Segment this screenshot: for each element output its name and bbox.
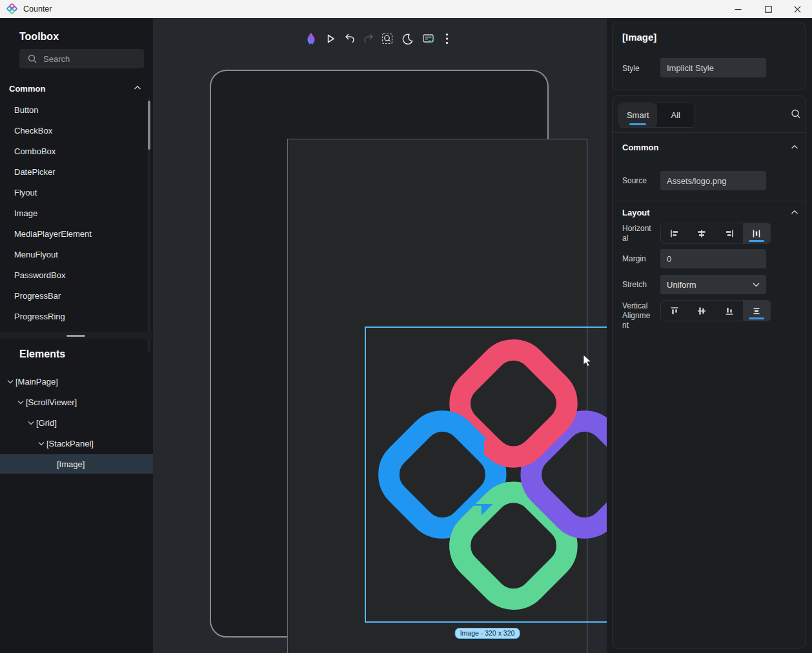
selected-element-title: [Image]	[622, 32, 656, 43]
vertical-alignment-label: Vertical Alignment	[622, 301, 653, 330]
toolbox-search[interactable]	[19, 49, 144, 68]
chevron-up-icon[interactable]	[791, 145, 798, 150]
chevron-up-icon[interactable]	[791, 210, 798, 215]
window-title: Counter	[23, 5, 52, 14]
horizontal-alignment-label: Horizontal	[622, 224, 653, 243]
chevron-down-icon[interactable]	[26, 421, 36, 425]
margin-label: Margin	[622, 254, 653, 264]
style-input[interactable]	[660, 58, 766, 77]
stretch-label: Stretch	[622, 280, 653, 290]
stretch-dropdown[interactable]: Uniform	[660, 275, 766, 294]
properties-card: Smart All Common Source Layout Horizonta…	[612, 95, 806, 648]
tree-item-label[interactable]: [Grid]	[36, 418, 57, 428]
toolbox-item-progressring[interactable]: ProgressRing	[14, 306, 137, 327]
toolbox-item-menuflyout[interactable]: MenuFlyout	[14, 245, 137, 265]
style-label: Style	[622, 64, 653, 74]
device-frame: Image - 320 x 320	[210, 70, 549, 638]
toolbox-item-progressbar[interactable]: ProgressBar	[14, 286, 137, 306]
left-panel: Toolbox Common Button CheckBox ComboBox …	[0, 18, 153, 653]
toolbox-item-mediaplayer[interactable]: MediaPlayerElement	[14, 224, 137, 245]
device-screen[interactable]: Image - 320 x 320	[287, 139, 587, 653]
toolbox-item-image[interactable]: Image	[14, 203, 137, 224]
theme-moon-icon[interactable]	[399, 30, 416, 47]
titlebar: Counter	[0, 0, 812, 18]
maximize-button[interactable]	[753, 0, 783, 18]
tree-item-stackpanel[interactable]: [StackPanel]	[0, 434, 153, 453]
app-logo-icon	[6, 3, 17, 14]
toolbox-item-combobox[interactable]: ComboBox	[14, 141, 137, 162]
tree-item-label[interactable]: [Image]	[57, 459, 85, 469]
margin-input[interactable]	[660, 249, 766, 268]
align-vertical-stretch-button[interactable]	[743, 301, 770, 321]
align-horizontal-stretch-button[interactable]	[743, 223, 770, 243]
chevron-down-icon[interactable]	[15, 400, 26, 405]
toolbox-title: Toolbox	[19, 31, 59, 43]
minimize-button[interactable]	[723, 0, 753, 18]
common-section-header[interactable]: Common	[622, 143, 658, 152]
more-options-icon[interactable]	[438, 30, 455, 47]
tree-item-scrollviewer[interactable]: [ScrollViewer]	[0, 392, 153, 412]
tab-smart[interactable]: Smart	[619, 103, 657, 127]
toolbox-item-button[interactable]: Button	[14, 100, 137, 121]
source-label: Source	[622, 176, 653, 186]
chevron-up-icon[interactable]	[134, 85, 141, 90]
hot-design-flame-icon[interactable]	[303, 30, 320, 47]
tree-item-label[interactable]: [ScrollViewer]	[26, 397, 77, 407]
layout-section-header[interactable]: Layout	[622, 208, 650, 217]
validation-list-icon[interactable]	[420, 30, 436, 47]
design-canvas[interactable]: Image - 320 x 320	[153, 18, 607, 653]
align-horizontal-left-button[interactable]	[661, 223, 688, 243]
tree-item-grid[interactable]: [Grid]	[0, 413, 153, 432]
zoom-to-fit-icon[interactable]	[379, 30, 396, 47]
close-button[interactable]	[782, 0, 812, 18]
align-vertical-center-button[interactable]	[688, 301, 715, 321]
align-vertical-top-button[interactable]	[661, 301, 688, 321]
tree-item-image-selected[interactable]: [Image]	[0, 454, 153, 474]
undo-icon[interactable]	[341, 30, 358, 47]
chevron-down-icon	[753, 283, 760, 287]
toolbox-scrollbar-thumb[interactable]	[148, 101, 150, 150]
toolbox-item-passwordbox[interactable]: PasswordBox	[14, 265, 137, 286]
redo-icon	[360, 30, 377, 47]
selected-element-card: [Image] Style	[612, 23, 806, 90]
align-horizontal-right-button[interactable]	[716, 223, 743, 243]
source-input[interactable]	[660, 171, 766, 190]
splitter-handle-icon	[66, 335, 85, 337]
toolbox-item-checkbox[interactable]: CheckBox	[14, 121, 137, 141]
tree-item-label[interactable]: [StackPanel]	[46, 439, 94, 448]
properties-tab-group: Smart All	[618, 103, 695, 128]
align-horizontal-center-button[interactable]	[688, 223, 715, 243]
chevron-down-icon[interactable]	[5, 379, 15, 384]
selection-size-badge: Image - 320 x 320	[455, 628, 520, 639]
properties-panel: [Image] Style Smart All Common Source La…	[607, 18, 812, 653]
search-input[interactable]	[43, 54, 127, 64]
search-icon	[28, 54, 37, 63]
toolbox-item-datepicker[interactable]: DatePicker	[14, 162, 137, 183]
tree-item-mainpage[interactable]: [MainPage]	[0, 372, 153, 391]
tree-item-label[interactable]: [MainPage]	[15, 377, 58, 387]
chevron-down-icon[interactable]	[36, 441, 46, 446]
stretch-value: Uniform	[667, 280, 696, 290]
toolbox-item-flyout[interactable]: Flyout	[14, 183, 137, 203]
align-vertical-bottom-button[interactable]	[716, 301, 743, 321]
toolbox-scrollbar[interactable]	[148, 98, 150, 352]
tab-all[interactable]: All	[657, 103, 695, 127]
elements-title: Elements	[19, 348, 65, 360]
panel-splitter[interactable]	[0, 332, 153, 339]
toolbox-section-header[interactable]: Common	[9, 84, 45, 94]
play-icon[interactable]	[322, 30, 339, 47]
horizontal-alignment-group	[660, 223, 771, 244]
vertical-alignment-group	[660, 300, 771, 321]
properties-search-icon[interactable]	[788, 106, 804, 122]
mouse-cursor	[583, 354, 594, 368]
